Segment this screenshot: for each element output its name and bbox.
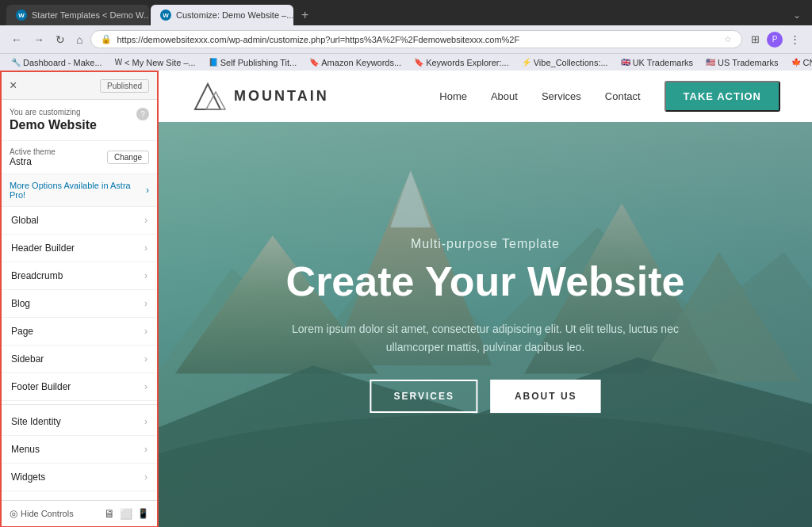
customizer-theme: Active theme Astra Change [2,141,157,174]
bookmark-cn[interactable]: 🍁 CN Trademarks [787,56,812,69]
bookmark-icon: 🔧 [11,58,21,67]
theme-name: Astra [10,156,56,167]
customizer-footer: ◎ Hide Controls 🖥 ⬜ 📱 [2,500,157,526]
nav-home[interactable]: Home [439,90,467,102]
nav-actions: ⊞ P ⋮ [747,31,804,48]
help-icon[interactable]: ? [136,108,149,120]
logo-svg [190,81,226,113]
customizer-sidebar: × Published You are customizing Demo Web… [0,71,159,527]
menu-item-widgets[interactable]: Widgets › [2,464,157,491]
bookmark-dashboard[interactable]: 🔧 Dashboard - Make... [6,56,107,69]
mobile-view-button[interactable]: 📱 [137,507,149,520]
tab-end-menu[interactable]: ⌄ [788,8,806,22]
desktop-view-button[interactable]: 🖥 [104,507,115,520]
services-button[interactable]: SERVICES [370,380,477,413]
customizer-site-name: Demo Website [10,118,97,132]
nav-about[interactable]: About [491,90,518,102]
bookmark-icon-8: 🇺🇸 [706,58,715,67]
eye-icon: ◎ [10,508,17,519]
menu-item-menus[interactable]: Menus › [2,436,157,464]
customizer-close-button[interactable]: × [10,78,17,93]
bookmark-amazon[interactable]: 🔖 Amazon Keywords... [304,56,406,69]
tab-bar: W Starter Templates < Demo W... ✕ W Cust… [0,0,812,25]
menu-arrow-page: › [144,326,147,337]
bookmark-my-new-site[interactable]: W < My New Site –... [110,56,201,69]
hide-controls-button[interactable]: ◎ Hide Controls [10,508,74,519]
bookmark-icon-4: 🔖 [309,58,319,67]
bookmark-vibe[interactable]: ⚡ Vibe_Collections:... [517,56,613,69]
menu-item-page[interactable]: Page › [2,318,157,346]
menu-arrow-widgets: › [144,472,147,483]
bookmark-us[interactable]: 🇺🇸 US Trademarks [701,56,783,69]
forward-button[interactable]: → [30,32,48,48]
menu-item-homepage-settings[interactable]: Homepage Settings › [2,491,157,500]
menu-item-global[interactable]: Global › [2,207,157,235]
customizer-menu: Global › Header Builder › Breadcrumb › B… [2,207,157,500]
menu-arrow-identity: › [144,416,147,427]
change-theme-button[interactable]: Change [107,151,149,164]
menu-item-footer-builder[interactable]: Footer Builder › [2,373,157,401]
home-button[interactable]: ⌂ [73,32,86,48]
hero-title: Create Your Website [224,259,746,304]
site-logo: MOUNTAIN [190,81,329,113]
hero-section: Multi-purpose Template Create Your Websi… [159,122,812,527]
astra-pro-arrow: › [146,185,149,196]
menu-arrow-menus: › [144,444,147,455]
menu-item-header-builder[interactable]: Header Builder › [2,235,157,262]
hero-content: Multi-purpose Template Create Your Websi… [224,237,746,413]
hero-subtitle: Multi-purpose Template [224,237,746,251]
menu-item-site-identity[interactable]: Site Identity › [2,408,157,436]
address-text: https://demowebsitexxx.com/wp-admin/cust… [117,35,719,44]
site-navigation: Home About Services Contact TAKE ACTION [439,81,780,112]
customizing-label: You are customizing [10,108,97,116]
bookmark-icon-6: ⚡ [522,58,531,67]
bookmark-icon-9: 🍁 [791,58,801,67]
back-button[interactable]: ← [8,32,25,48]
astra-pro-banner[interactable]: More Options Available in Astra Pro! › [2,174,157,207]
bookmark-icon-2: W [115,58,122,67]
website-preview: MOUNTAIN Home About Services Contact TAK… [159,71,812,527]
menu-arrow-header: › [144,242,147,254]
menu-arrow-global: › [144,215,147,226]
wp-favicon-2: W [160,10,171,21]
tab-end-controls: ⌄ [788,8,806,22]
hero-description: Lorem ipsum dolor sit amet, consectetur … [287,320,684,356]
published-badge: Published [100,79,149,93]
customizer-header: × Published [2,72,157,100]
bookmark-keywords[interactable]: 🔖 Keywords Explorer:... [409,56,514,69]
menu-item-blog[interactable]: Blog › [2,290,157,318]
bookmark-star[interactable]: ☆ [724,34,732,44]
bookmark-icon-7: 🇬🇧 [621,58,630,67]
menu-arrow-sidebar: › [144,353,147,365]
tab-1-label: Starter Templates < Demo W... [32,10,149,20]
about-us-button[interactable]: ABOUT US [491,380,601,413]
wp-favicon-1: W [16,10,27,21]
menu-item-breadcrumb[interactable]: Breadcrumb › [2,262,157,290]
footer-icons: 🖥 ⬜ 📱 [104,507,149,520]
menu-arrow-breadcrumb: › [144,270,147,281]
tablet-view-button[interactable]: ⬜ [120,507,132,520]
bookmark-icon-3: 📘 [209,58,218,67]
bookmarks-bar: 🔧 Dashboard - Make... W < My New Site –.… [0,53,812,71]
reload-button[interactable]: ↻ [52,32,68,48]
nav-services[interactable]: Services [542,90,581,102]
profile-button[interactable]: P [767,32,783,48]
astra-pro-text: More Options Available in Astra Pro! [10,181,146,200]
browser-menu-button[interactable]: ⋮ [786,31,804,48]
bookmark-icon-5: 🔖 [414,58,423,67]
hero-buttons: SERVICES ABOUT US [224,380,746,413]
bookmark-self-publishing[interactable]: 📘 Self Publishing Tit... [204,56,302,69]
address-bar[interactable]: 🔒 https://demowebsitexxx.com/wp-admin/cu… [90,30,742,48]
menu-item-sidebar[interactable]: Sidebar › [2,346,157,373]
new-tab-button[interactable]: + [295,5,315,25]
bookmark-uk[interactable]: 🇬🇧 UK Trademarks [616,56,698,69]
nav-contact[interactable]: Contact [605,90,641,102]
nav-bar: ← → ↻ ⌂ 🔒 https://demowebsitexxx.com/wp-… [0,25,812,53]
customizer-info: You are customizing Demo Website ? [2,100,157,141]
tab-2[interactable]: W Customize: Demo Website –... ✕ [151,5,293,25]
tab-1[interactable]: W Starter Templates < Demo W... ✕ [6,5,149,25]
extensions-button[interactable]: ⊞ [747,31,764,48]
tab-2-label: Customize: Demo Website –... [176,10,293,20]
nav-cta-button[interactable]: TAKE ACTION [665,81,780,112]
menu-arrow-blog: › [144,298,147,309]
